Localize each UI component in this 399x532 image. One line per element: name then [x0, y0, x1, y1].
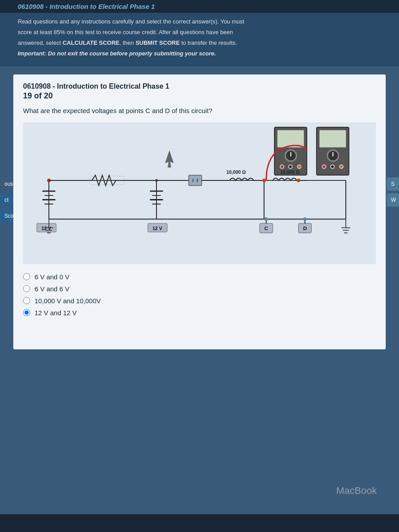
question-counter: 19 of 20	[23, 91, 376, 101]
right-navigation: S W	[387, 177, 399, 207]
answer-label-c[interactable]: 10,000 V and 10,000V	[35, 297, 101, 305]
svg-text:D: D	[303, 225, 307, 231]
radio-d[interactable]	[23, 309, 30, 316]
svg-rect-22	[189, 175, 202, 185]
macbook-watermark: MacBook	[336, 485, 377, 497]
prev-button[interactable]: ous	[0, 177, 12, 191]
answer-options: 6 V and 0 V 6 V and 6 V 10,000 V and 10,…	[23, 273, 376, 317]
svg-point-37	[303, 217, 307, 221]
score-button[interactable]: Score	[0, 209, 12, 223]
radio-c[interactable]	[23, 297, 30, 304]
svg-point-41	[262, 179, 266, 182]
svg-text:12 V: 12 V	[153, 225, 163, 231]
course-title: 0610908 - Introduction to Electrical Pha…	[23, 82, 376, 90]
content-card: 0610908 - Introduction to Electrical Pha…	[13, 74, 386, 349]
next-s-button[interactable]: S	[387, 177, 399, 191]
instructions-important: Important: Do not exit the course before…	[18, 49, 381, 58]
answer-option-c[interactable]: 10,000 V and 10,000V	[23, 297, 376, 305]
answer-label-a[interactable]: 6 V and 0 V	[35, 273, 69, 281]
svg-point-33	[265, 217, 268, 221]
answer-option-d[interactable]: 12 V and 12 V	[23, 309, 376, 317]
circuit-svg: 12 V 12 V	[23, 122, 376, 264]
top-title-text: 0610908 - Introduction to Electrical Pha…	[18, 3, 155, 10]
svg-text:C: C	[264, 225, 268, 231]
answer-label-d[interactable]: 12 V and 12 V	[35, 309, 77, 317]
svg-text:10,000 Ω: 10,000 Ω	[280, 169, 300, 175]
ct-button[interactable]: ct	[0, 193, 12, 207]
instructions-area: Read questions and any instructions care…	[0, 13, 399, 66]
answer-option-a[interactable]: 6 V and 0 V	[23, 273, 376, 281]
instructions-line2: score at least 85% on this test to recei…	[18, 28, 381, 37]
question-text: What are the expected voltages at points…	[23, 107, 376, 114]
circuit-diagram: 12 V 12 V	[23, 122, 376, 264]
instructions-line3: answered, select CALCULATE SCORE, then S…	[18, 39, 381, 47]
left-navigation: ous ct Score	[0, 177, 12, 223]
next-w-button[interactable]: W	[387, 193, 399, 207]
svg-text:10,000 Ω: 10,000 Ω	[226, 169, 246, 175]
svg-point-40	[297, 179, 300, 182]
answer-option-b[interactable]: 6 V and 6 V	[23, 285, 376, 293]
taskbar	[0, 514, 399, 532]
svg-marker-50	[165, 150, 173, 167]
radio-b[interactable]	[23, 285, 30, 292]
top-title-bar: 0610908 - Introduction to Electrical Pha…	[0, 0, 399, 13]
radio-a[interactable]	[23, 273, 30, 280]
instructions-line1: Read questions and any instructions care…	[18, 17, 381, 26]
answer-label-b[interactable]: 6 V and 6 V	[35, 285, 69, 293]
